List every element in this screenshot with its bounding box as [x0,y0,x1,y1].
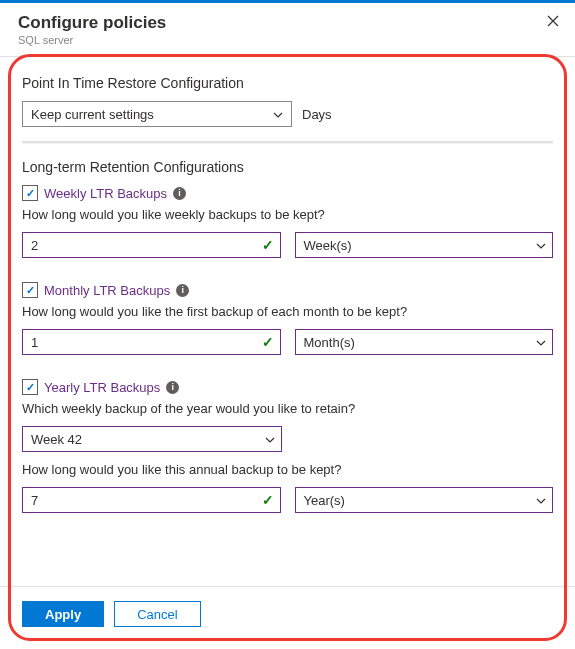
footer: Apply Cancel [0,586,575,649]
chevron-down-icon [536,335,546,349]
close-icon [547,15,559,27]
cancel-button[interactable]: Cancel [114,601,200,627]
pitr-unit-label: Days [302,107,332,122]
monthly-ltr-label: Monthly LTR Backups [44,283,170,298]
yearly-ltr-label: Yearly LTR Backups [44,380,160,395]
close-button[interactable] [543,11,563,31]
yearly-value-input[interactable]: 7 ✓ [22,487,281,513]
checkmark-icon: ✓ [262,237,274,253]
chevron-down-icon [536,238,546,252]
panel-header: Configure policies SQL server [0,3,575,57]
apply-button[interactable]: Apply [22,601,104,627]
chevron-down-icon [536,493,546,507]
monthly-value-input[interactable]: 1 ✓ [22,329,281,355]
section-divider [22,141,553,143]
ltr-section-title: Long-term Retention Configurations [22,159,553,175]
info-icon[interactable]: i [166,381,179,394]
yearly-question-2: How long would you like this annual back… [22,462,553,477]
yearly-ltr-checkbox[interactable]: ✓ [22,379,38,395]
page-subtitle: SQL server [18,34,557,46]
monthly-unit-dropdown[interactable]: Month(s) [295,329,554,355]
yearly-week-dropdown[interactable]: Week 42 [22,426,282,452]
weekly-ltr-label: Weekly LTR Backups [44,186,167,201]
pitr-dropdown[interactable]: Keep current settings [22,101,292,127]
pitr-dropdown-value: Keep current settings [31,107,154,122]
chevron-down-icon [273,107,283,121]
yearly-unit-dropdown[interactable]: Year(s) [295,487,554,513]
weekly-value-input[interactable]: 2 ✓ [22,232,281,258]
weekly-question: How long would you like weekly backups t… [22,207,553,222]
weekly-unit-dropdown[interactable]: Week(s) [295,232,554,258]
monthly-ltr-checkbox[interactable]: ✓ [22,282,38,298]
pitr-section-title: Point In Time Restore Configuration [22,75,553,91]
checkmark-icon: ✓ [262,334,274,350]
yearly-week-value: Week 42 [31,432,82,447]
info-icon[interactable]: i [173,187,186,200]
weekly-unit-value: Week(s) [304,238,352,253]
monthly-unit-value: Month(s) [304,335,355,350]
yearly-question-1: Which weekly backup of the year would yo… [22,401,553,416]
weekly-ltr-checkbox[interactable]: ✓ [22,185,38,201]
weekly-value: 2 [31,238,38,253]
info-icon[interactable]: i [176,284,189,297]
monthly-value: 1 [31,335,38,350]
monthly-question: How long would you like the first backup… [22,304,553,319]
yearly-value: 7 [31,493,38,508]
yearly-unit-value: Year(s) [304,493,345,508]
page-title: Configure policies [18,13,557,33]
checkmark-icon: ✓ [262,492,274,508]
chevron-down-icon [265,432,275,446]
